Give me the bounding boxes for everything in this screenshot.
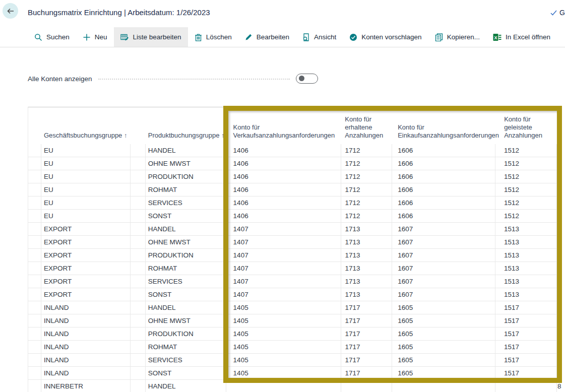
purchase-advance-req-account-cell[interactable]: 1607 (392, 223, 495, 236)
row-select-cell[interactable] (28, 210, 41, 223)
business-posting-group-cell[interactable]: EXPORT (41, 288, 131, 301)
business-posting-group-cell[interactable]: EXPORT (41, 262, 131, 275)
advances-paid-account-cell[interactable]: 1512 (495, 183, 557, 197)
business-posting-group-cell[interactable]: EU (41, 157, 131, 170)
sales-advance-req-account-cell[interactable]: 1405 (226, 341, 342, 354)
sales-advance-req-account-cell[interactable]: 1405 (226, 354, 342, 367)
advances-received-account-cell[interactable]: 1717 (341, 314, 392, 328)
advances-received-account-cell[interactable]: 1717 (341, 341, 392, 354)
product-posting-group-cell[interactable]: OHNE MWST (146, 157, 226, 170)
row-select-cell[interactable] (28, 144, 41, 157)
row-select-cell[interactable] (28, 262, 41, 275)
sales-advance-req-account-cell[interactable]: 1407 (226, 249, 342, 262)
business-posting-group-cell[interactable]: EXPORT (41, 249, 131, 262)
business-posting-group-cell[interactable]: EU (41, 170, 131, 183)
spacer-cell[interactable] (131, 341, 146, 354)
row-select-cell[interactable] (28, 170, 41, 183)
row-select-cell[interactable] (28, 328, 41, 341)
purchase-advance-req-account-cell[interactable]: 1607 (392, 262, 495, 275)
advances-paid-account-cell[interactable]: 1513 (495, 236, 557, 249)
spacer-cell[interactable] (131, 367, 146, 380)
sales-advance-req-account-cell[interactable]: 1405 (226, 367, 342, 380)
spacer-cell[interactable] (131, 380, 146, 392)
advances-paid-account-cell[interactable]: 1512 (495, 170, 557, 183)
business-posting-group-cell[interactable]: EU (41, 210, 131, 223)
product-posting-group-cell[interactable]: SONST (146, 210, 226, 223)
purchase-advance-req-account-cell[interactable]: 1605 (392, 301, 495, 314)
row-select-cell[interactable] (28, 197, 41, 210)
sales-advance-req-account-cell[interactable]: 1406 (226, 183, 342, 197)
product-posting-group-cell[interactable]: SERVICES (146, 354, 226, 367)
advances-paid-account-cell[interactable] (495, 380, 557, 392)
product-posting-group-cell[interactable]: OHNE MWST (146, 314, 226, 328)
spacer-cell[interactable] (131, 183, 146, 197)
purchase-advance-req-account-header[interactable]: Konto für Einkaufsanzahlungsanforderunge… (392, 107, 495, 144)
advances-received-account-cell[interactable]: 1713 (341, 262, 392, 275)
advances-paid-account-cell[interactable]: 1512 (495, 144, 557, 157)
business-posting-group-header[interactable]: Geschäftsbuchungsgruppe ↑ (41, 107, 131, 144)
advances-paid-account-cell[interactable]: 1513 (495, 275, 557, 288)
purchase-advance-req-account-cell[interactable]: 1605 (392, 367, 495, 380)
delete-button[interactable]: Löschen (188, 27, 238, 47)
table-row[interactable]: EXPORTHANDEL1407171316071513 (28, 223, 557, 236)
spacer-cell[interactable] (131, 301, 146, 314)
table-row[interactable]: EXPORTSERVICES1407171316071513 (28, 275, 557, 288)
spacer-cell[interactable] (131, 210, 146, 223)
product-posting-group-header[interactable]: Produktbuchungsgruppe ↑ (146, 107, 226, 144)
sales-advance-req-account-cell[interactable]: 1407 (226, 262, 342, 275)
table-row[interactable]: INLANDHANDEL1405171716051517 (28, 301, 557, 314)
product-posting-group-cell[interactable]: SONST (146, 288, 226, 301)
product-posting-group-cell[interactable]: HANDEL (146, 144, 226, 157)
show-all-accounts-toggle[interactable] (296, 74, 318, 84)
purchase-advance-req-account-cell[interactable]: 1605 (392, 354, 495, 367)
sales-advance-req-account-cell[interactable]: 1405 (226, 314, 342, 328)
advances-paid-account-cell[interactable]: 1513 (495, 288, 557, 301)
advances-received-account-cell[interactable]: 1712 (341, 170, 392, 183)
row-select-cell[interactable] (28, 354, 41, 367)
spacer-cell[interactable] (131, 170, 146, 183)
table-row[interactable]: EUHANDEL1406171216061512 (28, 144, 557, 157)
product-posting-group-cell[interactable]: ROHMAT (146, 183, 226, 197)
copy-button[interactable]: Kopieren... (428, 27, 486, 47)
spacer-cell[interactable] (131, 354, 146, 367)
spacer-cell[interactable] (131, 262, 146, 275)
spacer-cell[interactable] (131, 223, 146, 236)
sales-advance-req-account-cell[interactable]: 1406 (226, 197, 342, 210)
purchase-advance-req-account-cell[interactable]: 1606 (392, 210, 495, 223)
sales-advance-req-account-cell[interactable]: 1406 (226, 170, 342, 183)
advances-received-account-cell[interactable]: 1712 (341, 197, 392, 210)
row-select-cell[interactable] (28, 301, 41, 314)
business-posting-group-cell[interactable]: EXPORT (41, 275, 131, 288)
row-select-cell[interactable] (28, 249, 41, 262)
advances-received-account-cell[interactable]: 1712 (341, 210, 392, 223)
sales-advance-req-account-header[interactable]: Konto für Verkaufsanzahlungsanforderunge… (226, 107, 342, 144)
purchase-advance-req-account-cell[interactable]: 1606 (392, 197, 495, 210)
advances-received-account-header[interactable]: Konto für erhaltene Anzahlungen (341, 107, 392, 144)
table-row[interactable]: INLANDSERVICES1405171716051517 (28, 354, 557, 367)
sales-advance-req-account-cell[interactable]: 1407 (226, 275, 342, 288)
spacer-cell[interactable] (131, 288, 146, 301)
advances-received-account-cell[interactable]: 1712 (341, 183, 392, 197)
advances-received-account-cell[interactable] (341, 380, 392, 392)
advances-received-account-cell[interactable]: 1717 (341, 301, 392, 314)
open-in-excel-button[interactable]: X In Excel öffnen (486, 27, 557, 47)
advances-paid-account-cell[interactable]: 1512 (495, 210, 557, 223)
purchase-advance-req-account-cell[interactable]: 1605 (392, 341, 495, 354)
advances-received-account-cell[interactable]: 1713 (341, 249, 392, 262)
table-row[interactable]: EUROHMAT1406171216061512 (28, 183, 557, 197)
product-posting-group-cell[interactable]: PRODUKTION (146, 249, 226, 262)
table-row[interactable]: INNERBETRHANDEL (28, 380, 557, 392)
table-row[interactable]: EUPRODUKTION1406171216061512 (28, 170, 557, 183)
advances-paid-account-cell[interactable]: 1512 (495, 197, 557, 210)
advances-paid-account-cell[interactable]: 1517 (495, 314, 557, 328)
advances-paid-account-cell[interactable]: 1512 (495, 157, 557, 170)
edit-list-button[interactable]: Liste bearbeiten (114, 27, 188, 47)
product-posting-group-cell[interactable]: ROHMAT (146, 341, 226, 354)
product-posting-group-cell[interactable]: SERVICES (146, 275, 226, 288)
product-posting-group-cell[interactable]: HANDEL (146, 223, 226, 236)
table-row[interactable]: EXPORTROHMAT1407171316071513 (28, 262, 557, 275)
search-button[interactable]: Suchen (28, 27, 76, 47)
advances-received-account-cell[interactable]: 1717 (341, 367, 392, 380)
purchase-advance-req-account-cell[interactable]: 1607 (392, 275, 495, 288)
row-select-cell[interactable] (28, 275, 41, 288)
